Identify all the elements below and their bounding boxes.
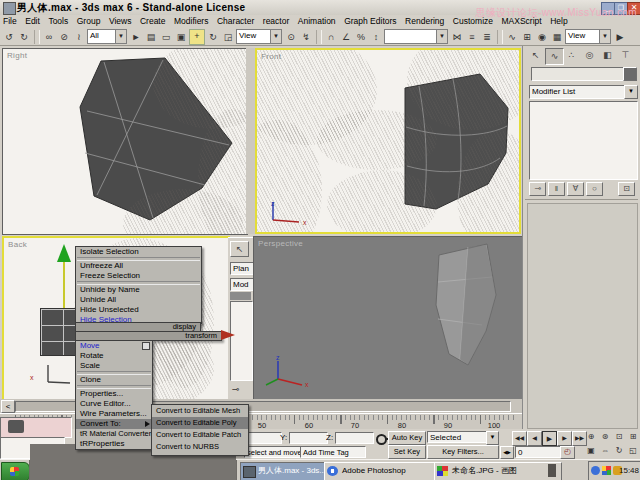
go-to-start-button[interactable]: ◀◀ xyxy=(512,431,527,446)
mirror-icon[interactable]: ⋈ xyxy=(450,30,464,44)
arc-rotate-icon[interactable]: ↻ xyxy=(612,444,626,457)
tab-create-icon[interactable]: ↖ xyxy=(527,48,544,63)
tab-motion-icon[interactable]: ◎ xyxy=(581,48,598,63)
z-coordinate-field[interactable] xyxy=(335,432,374,444)
set-key-button[interactable]: Set Key xyxy=(388,445,426,459)
selection-filter-dropdown[interactable]: All▼ xyxy=(87,29,127,44)
viewport-label[interactable]: Back xyxy=(8,240,27,249)
dropdown-arrow-icon[interactable]: ▼ xyxy=(486,431,499,445)
pin-stack-icon[interactable]: ⊸ xyxy=(529,182,546,196)
menu-item-unhide-by-name[interactable]: Unhide by Name xyxy=(76,285,201,295)
render-type-dropdown[interactable]: View▼ xyxy=(565,29,611,44)
key-step-toggle-icon[interactable]: ◀▶ xyxy=(500,446,514,459)
modifier-stack[interactable] xyxy=(529,101,638,180)
material-editor-icon[interactable]: ◉ xyxy=(535,30,549,44)
curve-editor-icon[interactable]: ∿ xyxy=(505,30,519,44)
dropdown-arrow-icon[interactable]: ▼ xyxy=(270,30,281,43)
add-time-tag[interactable]: Add Time Tag xyxy=(300,446,366,458)
menu-item-move[interactable]: Move xyxy=(76,341,152,351)
menu-modifiers[interactable]: Modifiers xyxy=(171,15,211,28)
menu-character[interactable]: Character xyxy=(214,15,257,28)
menu-item-isolate-selection[interactable]: Isolate Selection xyxy=(76,247,201,257)
menu-item-convert-editable-patch[interactable]: Convert to Editable Patch xyxy=(152,429,248,441)
link-icon[interactable]: ∞ xyxy=(42,30,56,44)
menu-item-curve-editor[interactable]: Curve Editor... xyxy=(76,399,152,409)
use-center-icon[interactable]: ⊙ xyxy=(284,30,298,44)
gizmo-arrow-icon[interactable] xyxy=(57,244,71,262)
menu-create[interactable]: Create xyxy=(137,15,169,28)
tab-hierarchy-icon[interactable]: ∴ xyxy=(563,48,580,63)
menu-item-hide-unselected[interactable]: Hide Unselected xyxy=(76,305,201,315)
select-manipulate-icon[interactable]: ↯ xyxy=(299,30,313,44)
region-zoom-icon[interactable]: ▣ xyxy=(584,444,598,457)
align-icon[interactable]: ≡ xyxy=(465,30,479,44)
menu-item-scale[interactable]: Scale xyxy=(76,361,152,371)
menu-group[interactable]: Group xyxy=(74,15,104,28)
key-filters-button[interactable]: Key Filters... xyxy=(427,445,499,459)
current-frame-field[interactable]: 0 xyxy=(515,446,561,458)
zoom-icon[interactable]: ⊕ xyxy=(584,430,598,443)
taskbar-item-photoshop[interactable]: Adobe Photoshop xyxy=(324,462,451,480)
layer-manager-icon[interactable]: ≣ xyxy=(480,30,494,44)
track-scroll-left-button[interactable]: < xyxy=(1,400,15,413)
viewport-label[interactable]: Perspective xyxy=(258,239,303,248)
object-name-field[interactable] xyxy=(531,67,625,81)
menu-reactor[interactable]: reactor xyxy=(260,15,292,28)
pan-icon[interactable]: ⇔ xyxy=(598,444,612,457)
menu-item-tr-material-converter[interactable]: tR Material Converter xyxy=(76,429,152,439)
zoom-extents-all-icon[interactable]: ⊞ xyxy=(626,430,640,443)
tab-create-icon[interactable]: ↖ xyxy=(230,241,249,257)
menu-views[interactable]: Views xyxy=(106,15,135,28)
time-configuration-icon[interactable]: ◴ xyxy=(560,446,575,459)
quick-render-icon[interactable]: ▶ xyxy=(613,30,627,44)
settings-box-icon[interactable] xyxy=(142,342,150,350)
gizmo-axis-line[interactable] xyxy=(63,262,65,308)
start-button[interactable] xyxy=(1,462,30,480)
viewport-right[interactable]: Right z y xyxy=(2,48,248,235)
auto-key-button[interactable]: Auto Key xyxy=(388,431,426,445)
configure-modifier-sets-icon[interactable]: ⊡ xyxy=(618,182,635,196)
dropdown-arrow-icon[interactable]: ▼ xyxy=(436,30,447,43)
tray-icon[interactable] xyxy=(602,466,611,475)
viewport-splitter[interactable] xyxy=(246,48,255,234)
window-crossing-icon[interactable]: ▣ xyxy=(174,30,188,44)
min-max-toggle-icon[interactable]: ◱ xyxy=(626,444,640,457)
modifier-stack-selected-row[interactable] xyxy=(230,292,251,300)
y-coordinate-field[interactable] xyxy=(289,432,328,444)
menu-tools[interactable]: Tools xyxy=(45,15,71,28)
modifier-list-dropdown[interactable]: Mod xyxy=(230,278,253,291)
select-rotate-icon[interactable]: ↻ xyxy=(206,30,220,44)
menu-file[interactable]: File xyxy=(0,15,20,28)
zoom-all-icon[interactable]: ⊛ xyxy=(598,430,612,443)
select-scale-icon[interactable]: ◲ xyxy=(221,30,235,44)
ref-coord-dropdown[interactable]: View▼ xyxy=(236,29,282,44)
dropdown-arrow-icon[interactable]: ▼ xyxy=(599,30,610,43)
rect-region-icon[interactable]: ▭ xyxy=(159,30,173,44)
menu-item-properties[interactable]: Properties... xyxy=(76,389,152,399)
spinner-snap-icon[interactable]: ↕ xyxy=(369,30,383,44)
language-indicator[interactable] xyxy=(548,464,556,477)
menu-item-unhide-all[interactable]: Unhide All xyxy=(76,295,201,305)
tab-display-icon[interactable]: ◧ xyxy=(599,48,616,63)
remove-modifier-icon[interactable]: ○ xyxy=(586,182,603,196)
viewport-perspective[interactable]: Perspective z x xyxy=(253,236,523,400)
menu-edit[interactable]: Edit xyxy=(22,15,43,28)
menu-item-convert-editable-mesh[interactable]: Convert to Editable Mesh xyxy=(152,405,248,417)
menu-item-convert-to[interactable]: Convert To: xyxy=(76,419,152,429)
object-name-field[interactable]: Plan xyxy=(230,262,253,275)
menu-item-convert-editable-poly[interactable]: Convert to Editable Poly xyxy=(152,417,248,429)
menu-item-tr-properties[interactable]: tRProperties xyxy=(76,439,152,449)
floating-command-panel[interactable]: ↖ Plan Mod ⊸ xyxy=(228,237,253,401)
menu-item-freeze-selection[interactable]: Freeze Selection xyxy=(76,271,201,281)
menu-rendering[interactable]: Rendering xyxy=(402,15,447,28)
menu-animation[interactable]: Animation xyxy=(295,15,339,28)
play-button[interactable]: ▶ xyxy=(542,431,557,446)
previous-frame-button[interactable]: ◀ xyxy=(527,431,542,446)
tab-modify-icon[interactable]: ∿ xyxy=(545,48,564,65)
make-unique-icon[interactable]: ∀ xyxy=(567,182,584,196)
menu-item-convert-nurbs[interactable]: Convert to NURBS xyxy=(152,441,248,453)
next-frame-button[interactable]: ▶ xyxy=(557,431,572,446)
pin-stack-icon[interactable]: ⊸ xyxy=(232,384,240,394)
modifier-stack[interactable] xyxy=(230,301,253,381)
viewport-front[interactable]: Front z x xyxy=(255,48,521,234)
